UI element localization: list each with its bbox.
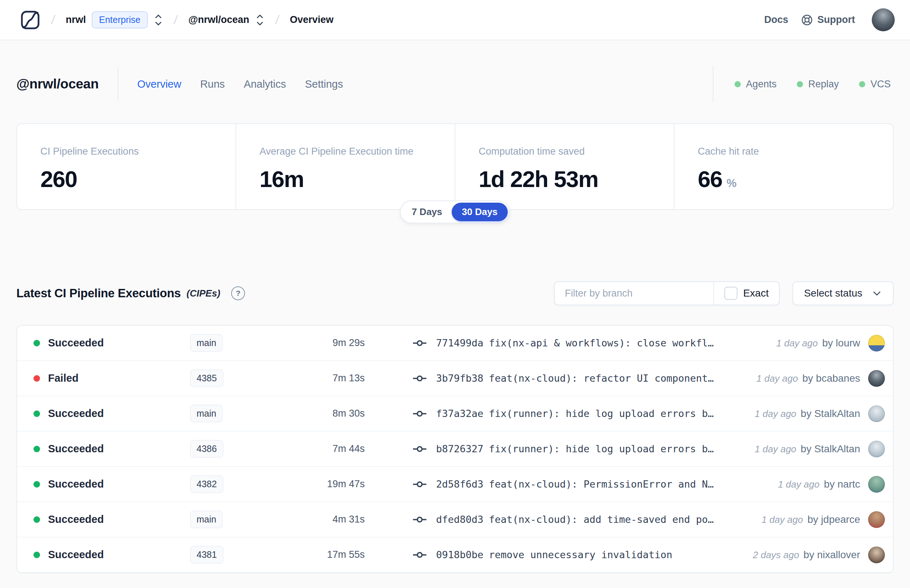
stat-ci-pipeline-executions: CI Pipeline Executions 260 [17, 124, 236, 209]
enterprise-badge: Enterprise [92, 11, 148, 28]
exact-label: Exact [743, 288, 769, 299]
duration: 9m 29s [259, 337, 365, 349]
divider [118, 66, 118, 102]
stat-unit: % [727, 177, 737, 190]
table-row[interactable]: Succeeded main 8m 30s f37a32ae fix(runne… [17, 396, 893, 431]
branch-badge: main [190, 510, 223, 528]
time-ago: 1 day ago [755, 444, 796, 455]
duration: 7m 13s [259, 373, 365, 384]
org-name[interactable]: nrwl [66, 14, 86, 26]
range-option-7-days[interactable]: 7 Days [402, 203, 452, 221]
workspace-tabs: Overview Runs Analytics Settings [137, 78, 343, 90]
status-dot [34, 340, 40, 346]
top-nav: / nrwl Enterprise / @nrwl/ocean / Overvi… [0, 0, 910, 40]
range-option-30-days[interactable]: 30 Days [452, 203, 508, 221]
time-ago: 1 day ago [778, 479, 819, 490]
section-title: Latest CI Pipeline Executions [16, 286, 181, 300]
breadcrumb-separator: / [50, 13, 56, 27]
author: by lourw [822, 337, 860, 349]
workspace-selector-icon[interactable] [255, 13, 265, 27]
status-label: Succeeded [48, 337, 104, 349]
status-label: Succeeded [48, 478, 104, 490]
table-row[interactable]: Succeeded 4381 17m 55s 0918b0be remove u… [17, 538, 893, 573]
author: by nartc [824, 478, 860, 490]
row-avatar [868, 511, 885, 528]
table-row[interactable]: Succeeded main 4m 31s dfed80d3 feat(nx-c… [17, 502, 893, 538]
duration: 4m 31s [259, 514, 365, 525]
duration: 7m 44s [259, 443, 365, 454]
commit-hash: f37a32ae [436, 408, 483, 419]
cipe-section-header: Latest CI Pipeline Executions (CIPEs) ? … [16, 281, 894, 305]
org-selector: nrwl Enterprise [66, 11, 163, 28]
status-indicator-replay[interactable]: Replay [797, 79, 839, 90]
table-row[interactable]: Succeeded 4386 7m 44s b8726327 fix(runne… [17, 431, 893, 467]
indicator-label: Replay [808, 79, 839, 90]
status-dot [34, 481, 40, 488]
org-selector-icon[interactable] [154, 13, 163, 27]
commit-icon [412, 477, 427, 492]
status-dot [34, 410, 40, 417]
workspace-header: @nrwl/ocean Overview Runs Analytics Sett… [0, 66, 910, 102]
stat-label: Cache hit rate [698, 146, 893, 157]
stats-section: CI Pipeline Executions 260 Average CI Pi… [16, 123, 894, 210]
tab-settings[interactable]: Settings [305, 78, 343, 90]
help-icon[interactable]: ? [231, 286, 245, 300]
duration: 17m 55s [259, 549, 365, 561]
stat-average-execution-time: Average CI Pipeline Execution time 16m [236, 124, 455, 209]
tab-analytics[interactable]: Analytics [244, 78, 286, 90]
branch-filter-group: Exact [554, 281, 780, 305]
author: by jdpearce [807, 514, 860, 525]
nx-cloud-logo-icon[interactable] [20, 10, 40, 30]
tab-overview[interactable]: Overview [137, 78, 181, 90]
commit-icon [412, 371, 427, 386]
stat-value: 16m [260, 166, 304, 192]
commit-message: fix(runner): hide log upload errors b… [489, 408, 714, 419]
status-filter-button[interactable]: Select status [792, 281, 894, 305]
table-row[interactable]: Succeeded 4382 19m 47s 2d58f6d3 feat(nx-… [17, 467, 893, 502]
user-avatar[interactable] [872, 8, 895, 31]
green-dot-icon [859, 81, 865, 87]
breadcrumb: / nrwl Enterprise / @nrwl/ocean / Overvi… [20, 10, 333, 30]
table-row[interactable]: Succeeded main 9m 29s 771499da fix(nx-ap… [17, 326, 893, 361]
status-label: Succeeded [48, 443, 104, 455]
status-label: Succeeded [48, 549, 104, 561]
commit-icon [412, 547, 427, 562]
commit-icon [412, 336, 427, 351]
commit-hash: dfed80d3 [436, 514, 483, 525]
breadcrumb-separator: / [173, 13, 178, 27]
cipe-table: Succeeded main 9m 29s 771499da fix(nx-ap… [16, 325, 894, 573]
green-dot-icon [797, 81, 803, 87]
table-row[interactable]: Failed 4385 7m 13s 3b79fb38 feat(nx-clou… [17, 361, 893, 396]
duration: 19m 47s [259, 478, 365, 490]
status-label: Succeeded [48, 407, 104, 420]
commit-message: feat(nx-cloud): refactor UI component… [489, 373, 714, 384]
status-indicator-vcs[interactable]: VCS [859, 79, 891, 90]
support-link[interactable]: Support [801, 14, 855, 26]
branch-filter-input[interactable] [555, 282, 713, 305]
stat-label: Average CI Pipeline Execution time [260, 146, 455, 157]
commit-hash: 0918b0be [436, 549, 483, 561]
date-range-toggle: 7 Days 30 Days [400, 200, 510, 223]
tab-runs[interactable]: Runs [200, 78, 225, 90]
commit-hash: 3b79fb38 [436, 373, 483, 384]
time-ago: 1 day ago [761, 514, 803, 525]
cipe-title-group: Latest CI Pipeline Executions (CIPEs) ? [16, 286, 245, 300]
exact-filter: Exact [713, 282, 779, 305]
stat-value: 66 [698, 166, 722, 192]
docs-link[interactable]: Docs [764, 14, 788, 26]
time-ago: 2 days ago [753, 549, 799, 561]
branch-badge: 4381 [190, 546, 223, 564]
stat-value: 260 [40, 166, 77, 192]
row-avatar [868, 370, 885, 387]
divider [713, 66, 713, 102]
section-title-suffix: (CIPEs) [187, 288, 220, 299]
workspace-name[interactable]: @nrwl/ocean [188, 14, 249, 26]
status-indicator-agents[interactable]: Agents [735, 79, 776, 90]
status-dot [34, 516, 40, 523]
row-avatar [868, 441, 885, 457]
status-dot [34, 552, 40, 558]
workspace-status: Agents Replay VCS [713, 66, 894, 102]
time-ago: 1 day ago [776, 338, 818, 349]
exact-checkbox[interactable] [724, 287, 737, 300]
stat-value: 1d 22h 53m [478, 166, 598, 192]
